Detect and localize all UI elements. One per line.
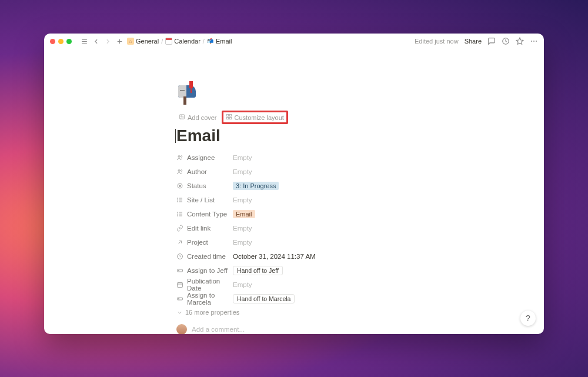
- zoom-window[interactable]: [66, 39, 72, 44]
- home-icon: ⌂: [127, 38, 134, 45]
- property-label[interactable]: Publication Date: [176, 278, 233, 292]
- sidebar-toggle-icon[interactable]: [80, 37, 88, 45]
- property-row: Status3: In Progress: [176, 181, 412, 191]
- svg-line-34: [179, 241, 182, 244]
- property-value[interactable]: Empty: [233, 154, 412, 161]
- property-value[interactable]: 3: In Progress: [233, 182, 412, 190]
- svg-point-25: [178, 198, 178, 199]
- property-row: Created timeOctober 31, 2024 11:37 AM: [176, 251, 412, 262]
- crumb-general[interactable]: ⌂ General: [127, 38, 159, 45]
- property-label-text: Assignee: [187, 154, 215, 161]
- help-pill[interactable]: ?: [520, 311, 536, 326]
- status-icon: [176, 182, 183, 189]
- property-label-text: Created time: [187, 253, 226, 260]
- property-value[interactable]: Hand off to Marcela: [233, 294, 412, 303]
- more-properties-toggle[interactable]: 16 more properties: [176, 309, 412, 316]
- list-icon: [176, 196, 183, 203]
- more-icon[interactable]: [530, 37, 538, 45]
- window-controls: [50, 39, 72, 44]
- property-row: Publication DateEmpty: [176, 279, 412, 290]
- share-button[interactable]: Share: [465, 38, 482, 45]
- svg-rect-12: [226, 114, 228, 116]
- property-label[interactable]: Project: [176, 239, 233, 246]
- svg-point-21: [179, 185, 181, 187]
- svg-point-11: [181, 116, 182, 117]
- people-icon: [176, 168, 183, 175]
- app-window: ⌂ General / Calendar / 📬 Email Edited ju…: [44, 34, 544, 334]
- image-icon: [179, 114, 185, 121]
- property-value[interactable]: Empty: [233, 168, 412, 175]
- property-value[interactable]: Empty: [233, 281, 412, 288]
- property-label[interactable]: Content Type: [176, 211, 233, 218]
- property-label-text: Status: [187, 182, 206, 189]
- svg-point-43: [178, 298, 179, 299]
- property-value[interactable]: October 31, 2024 11:37 AM: [233, 253, 412, 260]
- minimize-window[interactable]: [58, 39, 64, 44]
- link-icon: [176, 225, 183, 232]
- people-icon: [176, 154, 183, 161]
- add-cover-button[interactable]: Add cover: [176, 112, 219, 122]
- comment-row[interactable]: Add a comment...: [176, 324, 412, 334]
- page-title[interactable]: Email: [176, 126, 412, 145]
- svg-point-17: [181, 156, 182, 158]
- more-properties-label: 16 more properties: [185, 309, 239, 316]
- property-row: AuthorEmpty: [176, 166, 412, 177]
- customize-layout-label: Customize layout: [235, 114, 284, 121]
- svg-point-33: [178, 216, 178, 216]
- property-label-text: Content Type: [187, 211, 227, 218]
- property-label[interactable]: Created time: [176, 253, 233, 260]
- property-label[interactable]: Edit link: [176, 225, 233, 232]
- svg-point-19: [181, 170, 182, 172]
- property-label-text: Site / List: [187, 196, 215, 203]
- property-row: Edit linkEmpty: [176, 223, 412, 233]
- crumb-separator: /: [203, 38, 205, 45]
- property-label[interactable]: Status: [176, 182, 233, 189]
- button-icon: [176, 295, 183, 302]
- crumb-calendar[interactable]: Calendar: [165, 38, 201, 45]
- forward-icon[interactable]: [103, 37, 112, 45]
- property-value[interactable]: Empty: [233, 239, 412, 246]
- close-window[interactable]: [50, 39, 55, 44]
- svg-point-27: [178, 202, 178, 202]
- property-value[interactable]: Email: [233, 210, 412, 218]
- page: Add cover Customize layout Email Assigne…: [176, 49, 412, 334]
- back-icon[interactable]: [92, 37, 100, 45]
- calendar-icon: [165, 38, 172, 45]
- nav-controls: [80, 37, 123, 45]
- new-page-icon[interactable]: [115, 37, 123, 45]
- property-row: AssigneeEmpty: [176, 152, 412, 163]
- edited-status: Edited just now: [415, 38, 459, 45]
- svg-rect-15: [229, 117, 231, 119]
- svg-point-7: [531, 41, 532, 42]
- list-icon: [176, 211, 183, 218]
- svg-point-32: [178, 214, 178, 215]
- add-cover-label: Add cover: [188, 114, 217, 121]
- property-label[interactable]: Site / List: [176, 196, 233, 203]
- property-label[interactable]: Assign to Marcela: [176, 292, 233, 306]
- svg-rect-14: [226, 117, 228, 119]
- date-icon: [176, 281, 183, 288]
- comment-icon[interactable]: [487, 37, 496, 45]
- page-icon-mailbox[interactable]: [176, 81, 201, 106]
- property-value[interactable]: Empty: [233, 225, 412, 232]
- updates-icon[interactable]: [502, 37, 510, 45]
- favorite-icon[interactable]: [516, 37, 524, 45]
- mail-icon: 📬: [207, 38, 214, 45]
- property-value[interactable]: Hand off to Jeff: [233, 266, 412, 275]
- property-label[interactable]: Assignee: [176, 154, 233, 161]
- crumb-label: Email: [216, 38, 232, 45]
- svg-rect-38: [178, 283, 183, 288]
- customize-layout-button[interactable]: Customize layout: [222, 111, 288, 124]
- property-label[interactable]: Assign to Jeff: [176, 267, 233, 274]
- topbar: ⌂ General / Calendar / 📬 Email Edited ju…: [44, 34, 544, 49]
- comment-input[interactable]: Add a comment...: [192, 326, 412, 333]
- breadcrumbs: ⌂ General / Calendar / 📬 Email: [127, 38, 232, 45]
- arrow-icon: [176, 239, 183, 246]
- svg-point-31: [178, 212, 178, 213]
- property-label[interactable]: Author: [176, 168, 233, 175]
- property-value[interactable]: Empty: [233, 196, 412, 203]
- crumb-label: Calendar: [174, 38, 201, 45]
- crumb-email[interactable]: 📬 Email: [207, 38, 232, 45]
- property-label-text: Edit link: [187, 225, 211, 232]
- crumb-label: General: [136, 38, 159, 45]
